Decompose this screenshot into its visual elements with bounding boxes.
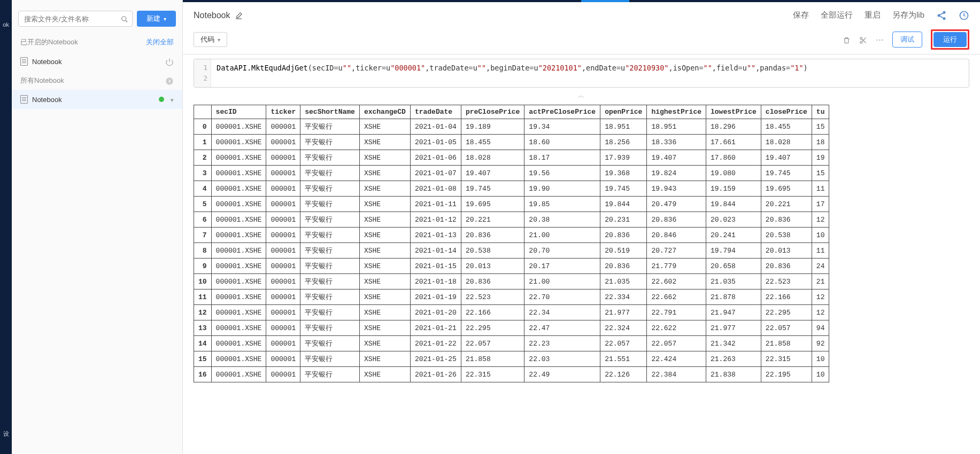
notebook-item[interactable]: Notebook ▾ xyxy=(12,90,182,109)
column-header: ticker xyxy=(266,105,300,119)
debug-button[interactable]: 调试 xyxy=(892,32,922,48)
svg-point-5 xyxy=(943,18,946,20)
search-icon[interactable] xyxy=(121,14,128,23)
table-row: 13000001.XSHE000001平安银行XSHE2021-01-2122.… xyxy=(194,320,829,336)
code-cell[interactable]: 12 DataAPI.MktEqudAdjGet(secID=u"",ticke… xyxy=(194,59,969,88)
column-header: secID xyxy=(211,105,266,119)
index-header xyxy=(194,105,212,119)
table-row: 9000001.XSHE000001平安银行XSHE2021-01-1520.0… xyxy=(194,259,829,274)
svg-point-9 xyxy=(860,37,862,40)
svg-line-1 xyxy=(126,20,128,22)
table-row: 0000001.XSHE000001平安银行XSHE2021-01-0419.1… xyxy=(194,119,829,135)
main: Notebook 保存 全部运行 重启 另存为lib 代码 xyxy=(183,0,980,454)
rail-item[interactable]: ok xyxy=(0,16,12,33)
page-title: Notebook xyxy=(194,11,230,20)
tab-accent xyxy=(581,0,629,2)
cell-type-label: 代码 xyxy=(200,35,214,44)
column-header: openPrice xyxy=(600,105,647,119)
svg-point-2 xyxy=(166,77,173,84)
table-row: 2000001.XSHE000001平安银行XSHE2021-01-0618.0… xyxy=(194,150,829,166)
run-button[interactable]: 运行 xyxy=(933,32,967,47)
power-icon[interactable] xyxy=(165,57,174,66)
opened-notebooks-header: 已开启的Notebook 关闭全部 xyxy=(12,33,182,51)
cell-type-selector[interactable]: 代码 ▾ xyxy=(194,32,227,47)
restart-button[interactable]: 重启 xyxy=(865,10,881,20)
chevron-down-icon[interactable]: ▾ xyxy=(171,97,174,103)
header: Notebook 保存 全部运行 重启 另存为lib xyxy=(183,2,980,26)
column-header: closePrice xyxy=(761,105,812,119)
run-all-button[interactable]: 全部运行 xyxy=(821,10,853,20)
opened-header-label: 已开启的Notebook xyxy=(20,37,78,47)
svg-point-4 xyxy=(938,14,940,17)
column-header: secShortName xyxy=(300,105,360,119)
svg-point-10 xyxy=(860,41,862,43)
svg-point-0 xyxy=(122,17,126,21)
topbar xyxy=(183,0,980,2)
all-notebooks-header: 所有Notebook xyxy=(12,72,182,90)
caret-down-icon: ▾ xyxy=(164,16,166,22)
status-dot-icon xyxy=(159,97,164,102)
table-row: 10000001.XSHE000001平安银行XSHE2021-01-1820.… xyxy=(194,274,829,289)
file-icon xyxy=(20,57,28,66)
column-header: tu xyxy=(812,105,829,119)
column-header: actPreClosePrice xyxy=(524,105,600,119)
file-icon xyxy=(20,95,28,104)
code-editor[interactable]: DataAPI.MktEqudAdjGet(secID=u"",ticker=u… xyxy=(211,59,969,87)
trash-icon[interactable] xyxy=(843,35,851,44)
svg-line-6 xyxy=(940,13,943,15)
table-row: 6000001.XSHE000001平安银行XSHE2021-01-1220.2… xyxy=(194,212,829,228)
output-table: secIDtickersecShortNameexchangeCDtradeDa… xyxy=(194,105,829,382)
share-icon[interactable] xyxy=(936,10,947,21)
all-header-label: 所有Notebook xyxy=(20,76,64,85)
column-header: tradeDate xyxy=(410,105,461,119)
scissors-icon[interactable] xyxy=(859,35,867,44)
table-row: 8000001.XSHE000001平安银行XSHE2021-01-1420.5… xyxy=(194,243,829,259)
table-row: 1000001.XSHE000001平安银行XSHE2021-01-0518.4… xyxy=(194,135,829,150)
svg-point-3 xyxy=(943,11,946,14)
edit-icon[interactable] xyxy=(235,11,243,20)
column-header: highestPrice xyxy=(647,105,706,119)
search-input[interactable] xyxy=(18,11,133,27)
column-header: lowestPrice xyxy=(706,105,761,119)
rail-item[interactable]: 设 xyxy=(0,425,12,443)
collapse-output-icon[interactable]: ︿ xyxy=(194,90,969,105)
line-gutter: 12 xyxy=(194,59,211,87)
notebook-name: Notebook xyxy=(32,96,62,104)
left-rail: ok 设 xyxy=(0,0,12,454)
table-row: 5000001.XSHE000001平安银行XSHE2021-01-1119.6… xyxy=(194,197,829,212)
new-button-label: 新建 xyxy=(146,14,160,24)
new-button[interactable]: 新建 ▾ xyxy=(137,11,176,27)
notebook-name: Notebook xyxy=(32,58,62,66)
sidebar: 新建 ▾ 已开启的Notebook 关闭全部 Notebook 所有Notebo… xyxy=(12,0,183,454)
column-header: exchangeCD xyxy=(359,105,410,119)
table-row: 7000001.XSHE000001平安银行XSHE2021-01-1320.8… xyxy=(194,228,829,243)
table-row: 12000001.XSHE000001平安银行XSHE2021-01-2022.… xyxy=(194,305,829,320)
column-header: preClosePrice xyxy=(461,105,524,119)
close-all-link[interactable]: 关闭全部 xyxy=(146,37,174,47)
run-highlight: 运行 xyxy=(931,29,969,50)
table-row: 4000001.XSHE000001平安银行XSHE2021-01-0819.7… xyxy=(194,181,829,197)
opened-notebook-item[interactable]: Notebook xyxy=(12,51,182,72)
table-row: 14000001.XSHE000001平安银行XSHE2021-01-2222.… xyxy=(194,336,829,351)
table-row: 15000001.XSHE000001平安银行XSHE2021-01-2521.… xyxy=(194,351,829,367)
more-icon[interactable]: ⋯ xyxy=(876,35,884,44)
chevron-right-icon[interactable] xyxy=(165,76,174,85)
save-button[interactable]: 保存 xyxy=(793,10,809,20)
svg-line-7 xyxy=(940,17,943,18)
caret-down-icon: ▾ xyxy=(218,37,220,43)
table-row: 16000001.XSHE000001平安银行XSHE2021-01-2622.… xyxy=(194,367,829,382)
table-row: 11000001.XSHE000001平安银行XSHE2021-01-1922.… xyxy=(194,289,829,305)
toolbar: 代码 ▾ ⋯ 调试 运行 xyxy=(183,26,980,54)
history-icon[interactable] xyxy=(959,10,969,21)
table-row: 3000001.XSHE000001平安银行XSHE2021-01-0719.4… xyxy=(194,166,829,181)
save-as-lib-button[interactable]: 另存为lib xyxy=(892,10,924,20)
